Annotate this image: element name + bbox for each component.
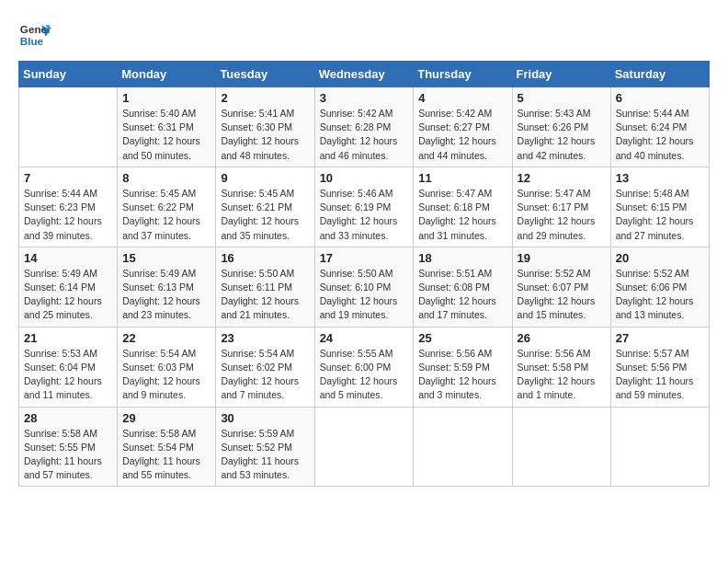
day-detail: Sunrise: 5:42 AM Sunset: 6:27 PM Dayligh… [418, 107, 506, 163]
calendar-cell: 24Sunrise: 5:55 AM Sunset: 6:00 PM Dayli… [314, 327, 414, 407]
day-detail: Sunrise: 5:56 AM Sunset: 5:59 PM Dayligh… [418, 347, 506, 403]
calendar-cell [19, 87, 118, 167]
day-detail: Sunrise: 5:57 AM Sunset: 5:56 PM Dayligh… [616, 347, 704, 403]
day-detail: Sunrise: 5:58 AM Sunset: 5:55 PM Dayligh… [24, 427, 112, 483]
weekday-header-sunday: Sunday [19, 62, 118, 87]
calendar-cell: 21Sunrise: 5:53 AM Sunset: 6:04 PM Dayli… [19, 327, 118, 407]
day-detail: Sunrise: 5:44 AM Sunset: 6:23 PM Dayligh… [24, 187, 112, 243]
weekday-header-wednesday: Wednesday [314, 62, 414, 87]
day-number: 21 [24, 331, 112, 345]
day-number: 19 [518, 251, 606, 265]
calendar-cell: 6Sunrise: 5:44 AM Sunset: 6:24 PM Daylig… [610, 87, 709, 167]
calendar-cell [610, 407, 709, 487]
calendar-cell: 1Sunrise: 5:40 AM Sunset: 6:31 PM Daylig… [118, 87, 216, 167]
calendar-cell: 12Sunrise: 5:47 AM Sunset: 6:17 PM Dayli… [512, 167, 610, 247]
day-number: 1 [122, 91, 210, 105]
day-number: 3 [320, 91, 409, 105]
calendar-cell: 15Sunrise: 5:49 AM Sunset: 6:13 PM Dayli… [118, 247, 216, 327]
calendar-cell: 2Sunrise: 5:41 AM Sunset: 6:30 PM Daylig… [216, 87, 314, 167]
calendar-cell [314, 407, 414, 487]
day-number: 24 [320, 331, 409, 345]
calendar-cell: 11Sunrise: 5:47 AM Sunset: 6:18 PM Dayli… [414, 167, 512, 247]
day-number: 26 [518, 331, 606, 345]
calendar-table: SundayMondayTuesdayWednesdayThursdayFrid… [18, 61, 710, 487]
day-number: 18 [418, 251, 506, 265]
day-detail: Sunrise: 5:47 AM Sunset: 6:17 PM Dayligh… [518, 187, 606, 243]
weekday-header-tuesday: Tuesday [216, 62, 314, 87]
day-number: 20 [616, 251, 704, 265]
day-detail: Sunrise: 5:51 AM Sunset: 6:08 PM Dayligh… [418, 267, 506, 323]
page-header: General Blue [18, 18, 710, 52]
calendar-cell: 5Sunrise: 5:43 AM Sunset: 6:26 PM Daylig… [512, 87, 610, 167]
day-detail: Sunrise: 5:52 AM Sunset: 6:06 PM Dayligh… [616, 267, 704, 323]
day-number: 11 [418, 171, 506, 185]
day-number: 27 [616, 331, 704, 345]
day-detail: Sunrise: 5:47 AM Sunset: 6:18 PM Dayligh… [418, 187, 506, 243]
weekday-header-friday: Friday [512, 62, 610, 87]
logo-icon: General Blue [18, 18, 51, 52]
day-number: 6 [616, 91, 704, 105]
day-detail: Sunrise: 5:43 AM Sunset: 6:26 PM Dayligh… [518, 107, 606, 163]
day-number: 14 [24, 251, 112, 265]
day-number: 29 [122, 411, 210, 425]
calendar-cell: 3Sunrise: 5:42 AM Sunset: 6:28 PM Daylig… [314, 87, 414, 167]
day-detail: Sunrise: 5:49 AM Sunset: 6:14 PM Dayligh… [24, 267, 112, 323]
day-detail: Sunrise: 5:41 AM Sunset: 6:30 PM Dayligh… [221, 107, 309, 163]
calendar-cell: 26Sunrise: 5:56 AM Sunset: 5:58 PM Dayli… [512, 327, 610, 407]
day-detail: Sunrise: 5:56 AM Sunset: 5:58 PM Dayligh… [518, 347, 606, 403]
day-detail: Sunrise: 5:50 AM Sunset: 6:10 PM Dayligh… [320, 267, 409, 323]
calendar-cell: 4Sunrise: 5:42 AM Sunset: 6:27 PM Daylig… [414, 87, 512, 167]
day-detail: Sunrise: 5:45 AM Sunset: 6:21 PM Dayligh… [221, 187, 309, 243]
day-number: 4 [418, 91, 506, 105]
calendar-cell [512, 407, 610, 487]
day-detail: Sunrise: 5:53 AM Sunset: 6:04 PM Dayligh… [24, 347, 112, 403]
day-number: 12 [518, 171, 606, 185]
weekday-header-thursday: Thursday [414, 62, 512, 87]
logo: General Blue [18, 18, 55, 52]
day-number: 15 [122, 251, 210, 265]
calendar-cell: 8Sunrise: 5:45 AM Sunset: 6:22 PM Daylig… [118, 167, 216, 247]
day-number: 5 [518, 91, 606, 105]
day-number: 10 [320, 171, 409, 185]
day-number: 9 [221, 171, 309, 185]
day-number: 23 [221, 331, 309, 345]
day-detail: Sunrise: 5:42 AM Sunset: 6:28 PM Dayligh… [320, 107, 409, 163]
calendar-cell: 27Sunrise: 5:57 AM Sunset: 5:56 PM Dayli… [610, 327, 709, 407]
weekday-header-monday: Monday [118, 62, 216, 87]
day-detail: Sunrise: 5:45 AM Sunset: 6:22 PM Dayligh… [122, 187, 210, 243]
day-detail: Sunrise: 5:54 AM Sunset: 6:02 PM Dayligh… [221, 347, 309, 403]
calendar-cell: 25Sunrise: 5:56 AM Sunset: 5:59 PM Dayli… [414, 327, 512, 407]
day-detail: Sunrise: 5:52 AM Sunset: 6:07 PM Dayligh… [518, 267, 606, 323]
day-number: 13 [616, 171, 704, 185]
day-detail: Sunrise: 5:40 AM Sunset: 6:31 PM Dayligh… [122, 107, 210, 163]
weekday-header-saturday: Saturday [610, 62, 709, 87]
svg-text:Blue: Blue [20, 35, 44, 47]
calendar-cell: 13Sunrise: 5:48 AM Sunset: 6:15 PM Dayli… [610, 167, 709, 247]
day-number: 28 [24, 411, 112, 425]
calendar-cell: 29Sunrise: 5:58 AM Sunset: 5:54 PM Dayli… [118, 407, 216, 487]
day-detail: Sunrise: 5:58 AM Sunset: 5:54 PM Dayligh… [122, 427, 210, 483]
calendar-cell: 17Sunrise: 5:50 AM Sunset: 6:10 PM Dayli… [314, 247, 414, 327]
day-detail: Sunrise: 5:59 AM Sunset: 5:52 PM Dayligh… [221, 427, 309, 483]
day-detail: Sunrise: 5:50 AM Sunset: 6:11 PM Dayligh… [221, 267, 309, 323]
day-number: 16 [221, 251, 309, 265]
day-number: 7 [24, 171, 112, 185]
calendar-cell: 7Sunrise: 5:44 AM Sunset: 6:23 PM Daylig… [19, 167, 118, 247]
calendar-cell: 16Sunrise: 5:50 AM Sunset: 6:11 PM Dayli… [216, 247, 314, 327]
day-number: 30 [221, 411, 309, 425]
calendar-cell [414, 407, 512, 487]
calendar-cell: 9Sunrise: 5:45 AM Sunset: 6:21 PM Daylig… [216, 167, 314, 247]
day-number: 25 [418, 331, 506, 345]
day-number: 2 [221, 91, 309, 105]
calendar-cell: 28Sunrise: 5:58 AM Sunset: 5:55 PM Dayli… [19, 407, 118, 487]
day-number: 8 [122, 171, 210, 185]
day-detail: Sunrise: 5:55 AM Sunset: 6:00 PM Dayligh… [320, 347, 409, 403]
day-detail: Sunrise: 5:46 AM Sunset: 6:19 PM Dayligh… [320, 187, 409, 243]
day-detail: Sunrise: 5:54 AM Sunset: 6:03 PM Dayligh… [122, 347, 210, 403]
calendar-cell: 23Sunrise: 5:54 AM Sunset: 6:02 PM Dayli… [216, 327, 314, 407]
calendar-cell: 22Sunrise: 5:54 AM Sunset: 6:03 PM Dayli… [118, 327, 216, 407]
calendar-cell: 30Sunrise: 5:59 AM Sunset: 5:52 PM Dayli… [216, 407, 314, 487]
calendar-cell: 19Sunrise: 5:52 AM Sunset: 6:07 PM Dayli… [512, 247, 610, 327]
calendar-cell: 18Sunrise: 5:51 AM Sunset: 6:08 PM Dayli… [414, 247, 512, 327]
calendar-cell: 20Sunrise: 5:52 AM Sunset: 6:06 PM Dayli… [610, 247, 709, 327]
